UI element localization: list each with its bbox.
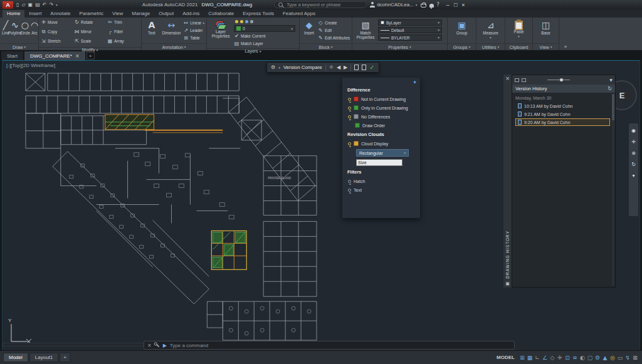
autohide-pin-icon[interactable]: ▣ xyxy=(505,281,510,286)
array-tool[interactable]: ▦Array xyxy=(107,38,139,44)
export-snapshot-icon[interactable] xyxy=(362,65,366,70)
diff-row-no-differences[interactable]: No Differences xyxy=(346,112,416,121)
diff-color-swatch[interactable] xyxy=(355,123,360,128)
visibility-bulb-icon[interactable] xyxy=(348,107,351,110)
tab-parametric[interactable]: Parametric xyxy=(75,10,108,18)
panel-label-utilities[interactable]: Utilities▾ xyxy=(476,43,505,50)
visibility-bulb-icon[interactable] xyxy=(348,115,351,118)
panel-label-clipboard[interactable]: Clipboard xyxy=(505,43,532,50)
panel-label-block[interactable]: Block▾ xyxy=(300,43,352,50)
tab-manage[interactable]: Manage xyxy=(127,10,154,18)
panel-label-properties[interactable]: Properties▾ xyxy=(352,43,447,50)
filter-row-text[interactable]: Text xyxy=(346,185,416,194)
linear-tool[interactable]: ↔Linear▾ xyxy=(183,19,204,26)
open-file-icon[interactable]: ▱ xyxy=(21,2,25,8)
arc-tool[interactable]: ◠Arc xyxy=(31,19,38,42)
polyline-tool[interactable]: ∿Polyline xyxy=(11,19,19,42)
rotate-tool[interactable]: ↻Rotate xyxy=(74,19,106,26)
account-menu[interactable]: dcohnCADLea... ▾ xyxy=(370,2,417,8)
panel-label-view[interactable]: View▾ xyxy=(533,43,559,50)
make-current-tool[interactable]: ✔Make Current xyxy=(234,33,295,39)
lineweight-dropdown[interactable]: Default▾ xyxy=(378,27,442,33)
history-entry[interactable]: 9:21 AM by David Cohn xyxy=(515,110,610,118)
panel-label-layers[interactable]: Layers▾ xyxy=(207,48,299,53)
diff-color-swatch[interactable] xyxy=(354,96,359,101)
cloud-display-row[interactable]: Cloud Display xyxy=(346,139,416,148)
linetype-dropdown[interactable]: BYLAYER▾ xyxy=(378,34,442,41)
close-palette-icon[interactable]: × xyxy=(505,76,510,81)
settings-flyout-icon[interactable]: ✦ xyxy=(413,80,417,85)
new-file-icon[interactable]: ▯ xyxy=(16,2,19,8)
color-dropdown[interactable]: ByLayer▾ xyxy=(378,19,442,26)
diff-color-swatch[interactable] xyxy=(354,105,359,110)
filter-row-hatch[interactable]: Hatch xyxy=(346,177,416,185)
mirror-tool[interactable]: ⋈Mirror xyxy=(74,28,106,35)
stretch-tool[interactable]: ⇲Stretch xyxy=(41,38,73,44)
import-drawing-icon[interactable] xyxy=(354,65,359,70)
object-snap-tracking-icon[interactable]: ✛ xyxy=(556,355,564,361)
history-range-slider[interactable] xyxy=(547,80,570,80)
versions-filter-icon[interactable] xyxy=(515,78,519,82)
redo-icon[interactable]: ↷ xyxy=(49,2,53,8)
dimension-tool[interactable]: ↔Dimension xyxy=(161,19,182,42)
app-menu-button[interactable]: A xyxy=(3,1,13,9)
isodraft-icon[interactable]: ◇ xyxy=(549,355,556,361)
layout1-tab[interactable]: Layout1 xyxy=(29,353,58,362)
pan-icon[interactable]: ✛ xyxy=(631,139,636,145)
slider-knob[interactable] xyxy=(560,78,563,81)
model-space-label[interactable]: MODEL xyxy=(497,355,515,360)
leader-tool[interactable]: ↗Leader xyxy=(183,27,204,34)
tab-annotate[interactable]: Annotate xyxy=(46,10,75,18)
close-tab-icon[interactable]: × xyxy=(75,53,80,59)
save-icon[interactable]: ▣ xyxy=(28,2,33,8)
new-layout-button[interactable]: + xyxy=(60,353,70,362)
snap-icon[interactable]: ▦ xyxy=(526,355,534,361)
visibility-bulb-icon[interactable] xyxy=(348,98,351,101)
orbit-icon[interactable]: ↻ xyxy=(631,162,636,167)
history-scrollbar[interactable] xyxy=(612,94,614,286)
match-properties-tool[interactable]: ▧Match Properties xyxy=(354,19,377,42)
refresh-icon[interactable]: ↻ xyxy=(608,86,612,91)
tab-home[interactable]: Home xyxy=(3,10,24,18)
cloud-color-swatch[interactable] xyxy=(354,141,359,146)
panel-label-groups[interactable]: Groups▾ xyxy=(448,43,476,50)
base-view-tool[interactable]: ◫Base xyxy=(536,19,556,42)
layer-dropdown[interactable]: 0▾ xyxy=(234,25,295,32)
clean-screen-icon[interactable]: ⊠ xyxy=(631,355,639,361)
move-tool[interactable]: ✛Move xyxy=(41,19,73,26)
navbar-menu-icon[interactable]: ▾ xyxy=(632,173,634,179)
compare-settings-gear-icon[interactable]: ⚙ xyxy=(271,65,275,70)
notifications-icon[interactable] xyxy=(429,4,434,8)
previous-difference-arrow[interactable]: ◀ xyxy=(337,65,340,70)
units-icon[interactable]: ▭ xyxy=(616,355,624,361)
object-snap-icon[interactable]: ⊡ xyxy=(564,355,571,361)
paste-tool[interactable]: Paste▾ xyxy=(508,19,530,42)
grid-icon[interactable]: ⊞ xyxy=(518,355,526,361)
text-tool[interactable]: AText xyxy=(144,19,160,42)
circle-tool[interactable]: ○Circle xyxy=(21,19,29,42)
tab-insert[interactable]: Insert xyxy=(24,10,46,18)
command-input-hint[interactable]: Type a command xyxy=(170,343,208,348)
insert-tool[interactable]: ◆Insert xyxy=(302,19,317,42)
print-icon[interactable]: ▤ xyxy=(35,2,40,8)
diff-color-swatch[interactable] xyxy=(354,114,359,119)
lineweight-icon[interactable]: ≡ xyxy=(571,355,579,361)
panel-label-draw[interactable]: Draw▾ xyxy=(0,43,38,50)
edit-block-tool[interactable]: ✎Edit xyxy=(318,27,350,34)
match-layer-tool[interactable]: ▤Match Layer xyxy=(234,40,295,47)
close-button[interactable]: × xyxy=(461,2,465,8)
diff-row-draw-order[interactable]: Draw Order xyxy=(346,121,416,130)
group-tool[interactable]: ▣Group xyxy=(451,19,473,42)
cloud-shape-dropdown[interactable]: Rectangular ▾ xyxy=(356,149,409,157)
selection-cycling-icon[interactable]: ▢ xyxy=(586,355,594,361)
navigation-wheel-icon[interactable]: ◉ xyxy=(631,128,636,133)
next-difference-arrow[interactable]: ▶ xyxy=(344,65,347,70)
history-entry-selected[interactable]: 9:20 AM by David Cohn xyxy=(515,118,610,126)
cloud-size-input[interactable] xyxy=(356,159,403,166)
viewport-controls-label[interactable]: [-][Top][2D Wireframe] xyxy=(6,63,55,68)
history-entry[interactable]: 10:13 AM by David Cohn xyxy=(515,102,610,110)
graphics-performance-icon[interactable]: ↯ xyxy=(624,355,631,361)
command-line[interactable]: × ▶ Type a command xyxy=(144,341,515,350)
annotation-scale-icon[interactable]: ▲ xyxy=(601,355,609,361)
store-icon[interactable] xyxy=(421,4,426,8)
